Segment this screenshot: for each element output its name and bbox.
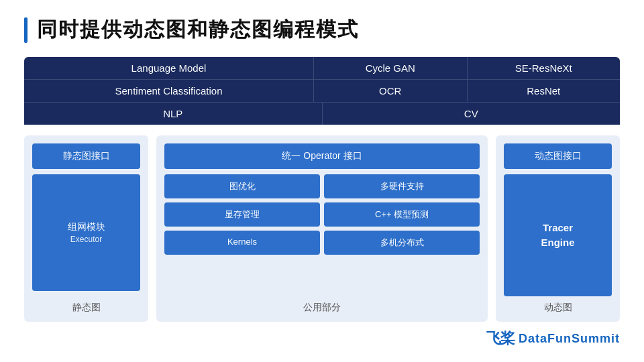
tracer-label: Tracer (543, 221, 573, 236)
column-common: 统一 Operator 接口 图优化 多硬件支持 显存管理 C++ 模型预测 K… (156, 135, 488, 322)
top-row-2: Sentiment Classification OCR ResNet (24, 80, 620, 103)
top-grid: Language Model Cycle GAN SE-ResNeXt Sent… (24, 57, 620, 125)
label-dynamic-graph: 动态图 (544, 296, 572, 314)
title-row: 同时提供动态图和静态图编程模式 (24, 16, 620, 44)
cell-nlp: NLP (24, 103, 323, 125)
cell-cpp-predict: C++ 模型预测 (324, 202, 480, 227)
btn-network-executor: 组网模块 Executor (32, 174, 140, 291)
top-row-3: NLP CV (24, 103, 620, 125)
cell-multi-hw: 多硬件支持 (324, 174, 480, 198)
cell-cv: CV (323, 103, 621, 125)
bottom-section: 静态图接口 组网模块 Executor 静态图 统一 Operator 接口 图… (24, 135, 620, 322)
btn-static-interface: 静态图接口 (32, 143, 140, 169)
btn-dynamic-interface: 动态图接口 (504, 143, 612, 169)
engine-label: Engine (541, 235, 574, 251)
cell-language-model: Language Model (24, 57, 314, 79)
cell-se-resnext: SE-ResNeXt (468, 57, 621, 79)
page-container: 同时提供动态图和静态图编程模式 Language Model Cycle GAN… (0, 0, 644, 362)
brand-icon: 飞桨 (486, 328, 515, 349)
brand-text: DataFunSummit (519, 332, 620, 346)
column-static-graph: 静态图接口 组网模块 Executor 静态图 (24, 135, 148, 322)
column-dynamic-graph: 动态图接口 Tracer Engine 动态图 (496, 135, 620, 322)
cell-ocr: OCR (314, 80, 468, 102)
footer: 飞桨 DataFunSummit (24, 328, 620, 349)
cell-kernels: Kernels (164, 231, 320, 255)
label-common: 公用部分 (303, 296, 341, 314)
brand-logo: 飞桨 DataFunSummit (486, 328, 620, 349)
cell-resnet: ResNet (468, 80, 621, 102)
page-title: 同时提供动态图和静态图编程模式 (37, 16, 359, 44)
top-row-1: Language Model Cycle GAN SE-ResNeXt (24, 57, 620, 80)
mid-bottom-row: Kernels 多机分布式 (164, 231, 480, 255)
executor-label: Executor (70, 235, 102, 244)
cell-graph-opt: 图优化 (164, 174, 320, 198)
tracer-engine-box: Tracer Engine (504, 174, 612, 296)
mid-grid-row1: 图优化 多硬件支持 显存管理 C++ 模型预测 (164, 174, 480, 227)
cell-cycle-gan: Cycle GAN (314, 57, 468, 79)
cell-mem-mgmt: 显存管理 (164, 202, 320, 227)
label-static-graph: 静态图 (72, 296, 101, 314)
title-bar-accent (24, 17, 28, 43)
network-label: 组网模块 (68, 221, 105, 233)
cell-sentiment: Sentiment Classification (24, 80, 314, 102)
cell-distributed: 多机分布式 (324, 231, 480, 255)
unified-operator: 统一 Operator 接口 (164, 143, 480, 169)
